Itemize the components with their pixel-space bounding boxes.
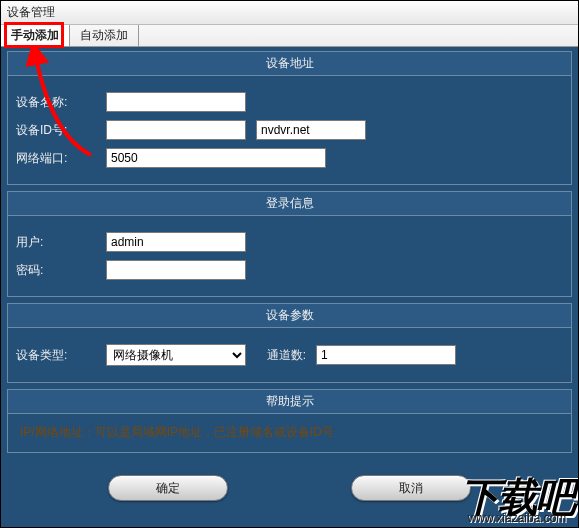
device-type-label: 设备类型: [16,347,96,364]
window-titlebar: 设备管理 [1,1,578,25]
device-id-input[interactable] [106,120,246,140]
tab-auto-add[interactable]: 自动添加 [70,25,139,46]
cancel-button[interactable]: 取消 [351,475,471,501]
tab-auto-label: 自动添加 [80,27,128,44]
window-title: 设备管理 [7,5,55,19]
user-label: 用户: [16,234,96,251]
section-params-title: 设备参数 [8,304,571,328]
ok-button[interactable]: 确定 [108,475,228,501]
device-name-label: 设备名称: [16,94,96,111]
button-row: 确定 取消 [7,459,572,511]
tab-manual-add[interactable]: 手动添加 [1,25,70,46]
device-id-label: 设备ID号: [16,122,96,139]
device-type-select[interactable]: 网络摄像机 [106,344,246,366]
section-help-title: 帮助提示 [8,390,571,414]
channels-input[interactable] [316,345,456,365]
domain-suffix-input[interactable] [256,120,366,140]
device-name-input[interactable] [106,92,246,112]
section-login-info: 登录信息 用户: 密码: [7,191,572,297]
section-login-title: 登录信息 [8,192,571,216]
port-input[interactable] [106,148,326,168]
user-input[interactable] [106,232,246,252]
section-help: 帮助提示 IP/网络地址：可以是局域网IP地址，已注册域名或设备ID号 [7,389,572,453]
password-label: 密码: [16,262,96,279]
help-text: IP/网络地址：可以是局域网IP地址，已注册域名或设备ID号 [16,422,563,443]
password-input[interactable] [106,260,246,280]
tab-manual-label: 手动添加 [11,27,59,44]
channels-label: 通道数: [256,347,306,364]
section-device-address: 设备地址 设备名称: 设备ID号: 网络端口: [7,51,572,185]
form-panel: 设备地址 设备名称: 设备ID号: 网络端口: 登录信息 用户: [1,47,578,528]
port-label: 网络端口: [16,150,96,167]
section-device-params: 设备参数 设备类型: 网络摄像机 通道数: [7,303,572,383]
ok-button-label: 确定 [156,480,180,497]
cancel-button-label: 取消 [399,480,423,497]
tab-bar: 手动添加 自动添加 [1,25,578,47]
section-device-address-title: 设备地址 [8,52,571,76]
